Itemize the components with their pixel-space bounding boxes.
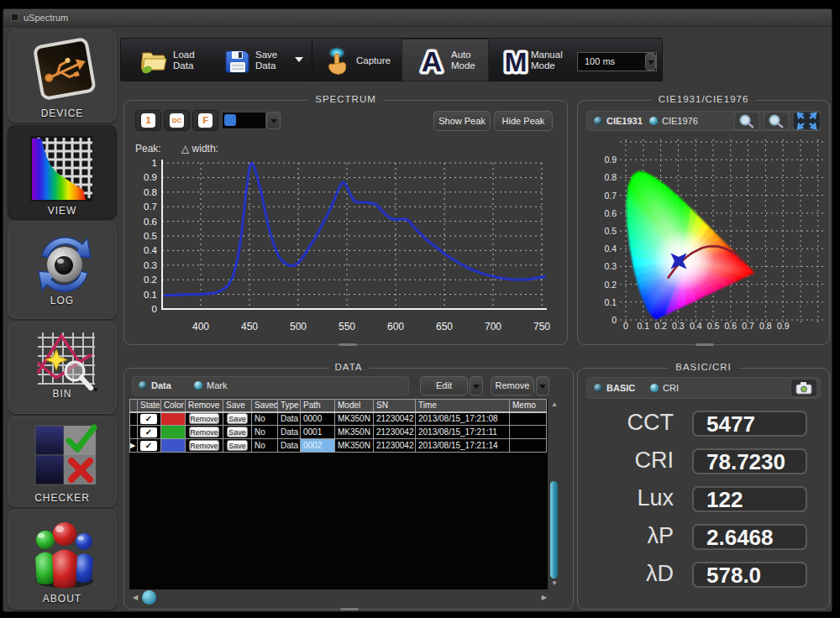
svg-text:0.9: 0.9 bbox=[604, 154, 617, 165]
svg-text:0.5: 0.5 bbox=[707, 321, 720, 331]
svg-text:600: 600 bbox=[387, 321, 404, 333]
svg-text:750: 750 bbox=[533, 321, 550, 333]
svg-text:0.9: 0.9 bbox=[144, 172, 157, 182]
svg-text:0.2: 0.2 bbox=[604, 280, 617, 290]
svg-text:M: M bbox=[505, 47, 528, 77]
svg-text:0.5: 0.5 bbox=[144, 231, 157, 241]
svg-text:0.7: 0.7 bbox=[742, 321, 754, 331]
svg-text:1: 1 bbox=[152, 158, 157, 168]
svg-text:500: 500 bbox=[290, 321, 307, 333]
svg-text:0.8: 0.8 bbox=[759, 321, 772, 331]
svg-text:0.7: 0.7 bbox=[144, 202, 157, 212]
svg-text:0.4: 0.4 bbox=[690, 321, 702, 331]
svg-text:0: 0 bbox=[152, 304, 157, 314]
svg-text:0.3: 0.3 bbox=[604, 261, 617, 271]
svg-text:450: 450 bbox=[241, 321, 258, 333]
svg-text:0.3: 0.3 bbox=[672, 321, 685, 331]
svg-text:0.6: 0.6 bbox=[604, 208, 617, 218]
svg-text:A: A bbox=[422, 45, 443, 77]
svg-text:0.2: 0.2 bbox=[654, 321, 667, 331]
svg-text:0.1: 0.1 bbox=[144, 290, 157, 300]
svg-text:0.5: 0.5 bbox=[604, 226, 617, 236]
svg-text:0.7: 0.7 bbox=[604, 191, 617, 201]
svg-text:0.6: 0.6 bbox=[144, 217, 157, 227]
svg-text:0.4: 0.4 bbox=[604, 244, 617, 254]
svg-text:400: 400 bbox=[192, 321, 209, 333]
svg-text:0.2: 0.2 bbox=[144, 275, 157, 285]
svg-text:0.6: 0.6 bbox=[724, 321, 737, 331]
svg-text:0.1: 0.1 bbox=[637, 321, 649, 331]
svg-text:650: 650 bbox=[436, 321, 453, 333]
svg-text:0.8: 0.8 bbox=[144, 187, 157, 197]
svg-text:0: 0 bbox=[612, 315, 617, 325]
svg-text:0.3: 0.3 bbox=[144, 260, 157, 270]
svg-text:700: 700 bbox=[485, 321, 501, 333]
svg-text:0.4: 0.4 bbox=[144, 245, 158, 255]
svg-text:0.8: 0.8 bbox=[604, 172, 617, 182]
svg-text:550: 550 bbox=[339, 321, 355, 333]
svg-text:0.9: 0.9 bbox=[777, 321, 790, 331]
svg-text:0.1: 0.1 bbox=[604, 297, 617, 307]
svg-text:0: 0 bbox=[623, 321, 628, 331]
